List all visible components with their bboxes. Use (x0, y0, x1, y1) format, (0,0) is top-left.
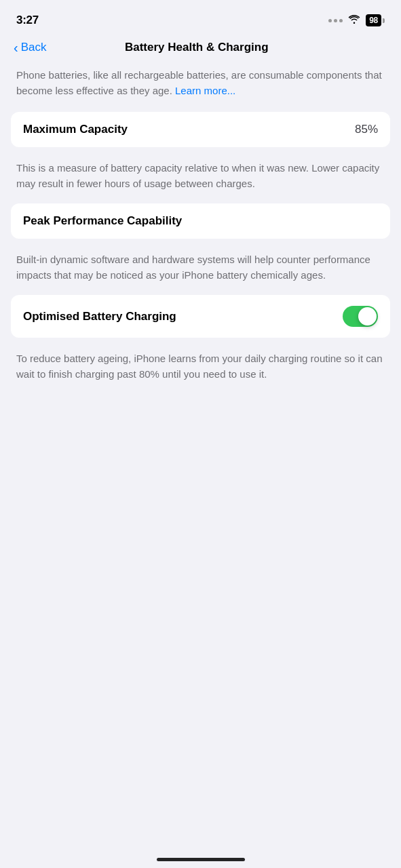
battery-tip (383, 18, 385, 23)
optimised-charging-card: Optimised Battery Charging (11, 295, 390, 338)
optimised-charging-description: To reduce battery ageing, iPhone learns … (16, 351, 385, 382)
nav-bar: ‹ Back Battery Health & Charging (0, 37, 401, 62)
status-icons: 98 (328, 14, 385, 26)
maximum-capacity-title: Maximum Capacity (23, 123, 128, 136)
intro-section: Phone batteries, like all rechargeable b… (0, 62, 401, 112)
toggle-thumb (358, 307, 377, 326)
peak-performance-card: Peak Performance Capability (11, 203, 390, 239)
maximum-capacity-description: This is a measure of battery capacity re… (16, 161, 385, 191)
back-label: Back (21, 41, 47, 54)
maximum-capacity-description-section: This is a measure of battery capacity re… (0, 151, 401, 194)
maximum-capacity-card: Maximum Capacity 85% (11, 112, 390, 147)
peak-performance-description: Built-in dynamic software and hardware s… (16, 252, 385, 283)
battery-icon: 98 (366, 14, 385, 26)
maximum-capacity-title-row: Maximum Capacity 85% (23, 123, 378, 136)
peak-performance-title: Peak Performance Capability (23, 214, 182, 228)
home-indicator (157, 858, 245, 861)
maximum-capacity-value: 85% (355, 123, 378, 136)
optimised-charging-description-section: To reduce battery ageing, iPhone learns … (0, 342, 401, 384)
wifi-icon (348, 14, 360, 26)
intro-text: Phone batteries, like all rechargeable b… (16, 69, 382, 96)
learn-more-link[interactable]: Learn more... (175, 85, 235, 96)
optimised-charging-title-row: Optimised Battery Charging (23, 306, 378, 327)
back-button[interactable]: ‹ Back (14, 41, 46, 54)
back-chevron-icon: ‹ (14, 41, 18, 54)
peak-performance-title-row: Peak Performance Capability (23, 214, 378, 228)
signal-dots-icon (328, 19, 343, 22)
page-title: Battery Health & Charging (46, 41, 347, 54)
status-bar: 3:27 98 (0, 0, 401, 37)
peak-performance-description-section: Built-in dynamic software and hardware s… (0, 243, 401, 285)
optimised-charging-toggle[interactable] (343, 306, 378, 327)
status-time: 3:27 (16, 14, 39, 27)
optimised-charging-title: Optimised Battery Charging (23, 310, 176, 323)
battery-level: 98 (366, 14, 381, 26)
